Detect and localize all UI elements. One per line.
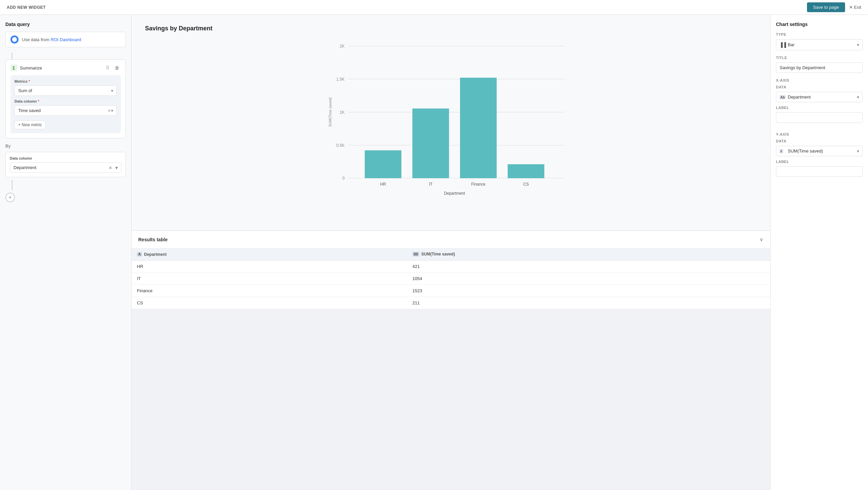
y-label-label: Label <box>776 160 863 164</box>
delete-button[interactable]: 🗑 <box>113 64 121 71</box>
main-layout: Data query Use data from ROI Dashboard Σ… <box>0 15 868 490</box>
metrics-label: Metrics * <box>15 79 117 83</box>
x-data-select[interactable]: Department <box>776 92 863 102</box>
x-axis-label: X-AXIS <box>776 78 863 82</box>
results-title: Results table <box>138 237 168 242</box>
data-column-label: Data column * <box>15 99 117 103</box>
y-data-select-arrow: ▼ <box>856 149 860 153</box>
col-sum: 00 SUM(Time saved) <box>407 248 770 260</box>
svg-text:HR: HR <box>380 182 386 187</box>
table-header-row: A Department 00 SUM(Time saved) <box>132 248 770 260</box>
y-data-label: Data <box>776 139 863 143</box>
roi-dashboard-link[interactable]: ROI Dashboard <box>51 37 81 42</box>
chart-settings-panel: Chart settings Type ▐▐ Bar Line Pie ▼ Ti… <box>770 15 868 490</box>
cell-dept: IT <box>132 272 407 284</box>
chart-title: Savings by Department <box>145 25 757 32</box>
type-field-group: Type ▐▐ Bar Line Pie ▼ <box>776 32 863 50</box>
connector-line2 <box>12 180 12 190</box>
chevron-down-icon[interactable]: ▼ <box>114 165 119 170</box>
clear-icon[interactable]: ✕ <box>109 165 112 170</box>
exit-button[interactable]: ✕ Exit <box>849 5 861 10</box>
table-row: CS 211 <box>132 297 770 309</box>
cell-dept: Finance <box>132 284 407 297</box>
title-field-label: Title <box>776 56 863 60</box>
summarize-block: Σ Summarize ⠿ 🗑 Metrics * Sum of Count <box>5 59 126 138</box>
svg-text:0.5K: 0.5K <box>336 143 345 148</box>
x-data-label: Data <box>776 85 863 89</box>
header: ADD NEW WIDGET Save to page ✕ Exit <box>0 0 868 15</box>
chart-container: 0 0.5K 1K 1.5K 2K SUM(Time saved) HR IT <box>145 39 757 208</box>
bar-hr <box>365 150 402 178</box>
results-header: Results table ∨ <box>132 231 770 248</box>
page-title: ADD NEW WIDGET <box>7 5 46 10</box>
dept-select-icons: ✕ ▼ <box>109 165 119 170</box>
y-data-select-wrap: # SUM(Time saved) ▼ <box>776 146 863 156</box>
data-column-select[interactable]: Time saved Cost saved <box>15 105 117 116</box>
data-source-text: Use data from ROI Dashboard <box>22 37 81 42</box>
cell-dept: CS <box>132 297 407 309</box>
drag-button[interactable]: ⠿ <box>105 64 111 71</box>
data-query-title: Data query <box>5 22 126 27</box>
metrics-block: Metrics * Sum of Count Average Min Max ▼… <box>10 75 121 133</box>
by-section: By Data column Department ✕ ▼ <box>5 144 126 177</box>
chart-area: Savings by Department 0 0.5K 1K <box>132 15 770 231</box>
x-label-label: Label <box>776 106 863 110</box>
title-field-group: Title <box>776 56 863 73</box>
type-select-wrap: ▐▐ Bar Line Pie ▼ <box>776 39 863 50</box>
svg-text:1.5K: 1.5K <box>336 77 345 82</box>
summarize-label: Σ Summarize <box>10 64 42 71</box>
cell-sum: 421 <box>407 260 770 272</box>
results-table: A Department 00 SUM(Time saved) <box>132 248 770 309</box>
bar-chart-icon: ▐▐ <box>779 42 786 48</box>
y-label-input[interactable] <box>776 166 863 177</box>
title-input[interactable] <box>776 62 863 73</box>
by-data-column-label: Data column <box>10 156 121 160</box>
y-data-select[interactable]: SUM(Time saved) <box>776 146 863 156</box>
x-data-select-arrow: ▼ <box>856 95 860 99</box>
chart-svg: 0 0.5K 1K 1.5K 2K SUM(Time saved) HR IT <box>145 39 757 208</box>
svg-text:Department: Department <box>444 191 465 196</box>
bar-it <box>412 109 449 179</box>
y-data-hash-icon: # <box>779 149 783 153</box>
main-content: Savings by Department 0 0.5K 1K <box>132 15 770 490</box>
metrics-select[interactable]: Sum of Count Average Min Max <box>15 85 117 96</box>
save-button[interactable]: Save to page <box>807 2 845 12</box>
db-icon <box>10 35 19 44</box>
svg-text:0: 0 <box>342 176 345 181</box>
svg-text:Finance: Finance <box>471 182 486 187</box>
cell-sum: 211 <box>407 297 770 309</box>
new-metric-button[interactable]: + New metric <box>15 120 46 129</box>
svg-text:CS: CS <box>523 182 529 187</box>
table-row: IT 1054 <box>132 272 770 284</box>
svg-text:1K: 1K <box>340 110 345 115</box>
collapse-button[interactable]: ∨ <box>759 236 763 243</box>
svg-text:IT: IT <box>429 182 433 187</box>
by-data-column-block: Data column Department ✕ ▼ <box>5 152 126 177</box>
bar-cs <box>508 164 544 178</box>
table-row: HR 421 <box>132 260 770 272</box>
by-department-select-wrap: Department ✕ ▼ <box>10 162 121 173</box>
add-step-button[interactable]: + <box>5 193 15 202</box>
data-column-select-wrap: Time saved Cost saved #▼ <box>15 105 117 116</box>
results-section: Results table ∨ A Department <box>132 231 770 309</box>
svg-text:2K: 2K <box>340 44 345 49</box>
by-label: By <box>5 144 126 148</box>
summarize-actions: ⠿ 🗑 <box>105 64 121 71</box>
x-label-input[interactable] <box>776 112 863 123</box>
y-axis-label: Y-AXIS <box>776 132 863 136</box>
y-axis-section: Y-AXIS Data # SUM(Time saved) ▼ Label <box>776 132 863 177</box>
data-source-row: Use data from ROI Dashboard <box>5 32 126 47</box>
type-select[interactable]: Bar Line Pie <box>776 39 863 50</box>
col-department: A Department <box>132 248 407 260</box>
x-data-ab-icon: Ab <box>779 95 786 99</box>
by-department-select[interactable]: Department <box>10 162 121 173</box>
x-data-select-wrap: Ab Department ▼ <box>776 92 863 102</box>
connector-line <box>12 53 12 59</box>
svg-text:SUM(Time saved): SUM(Time saved) <box>328 98 332 127</box>
bar-finance <box>460 78 497 178</box>
header-actions: Save to page ✕ Exit <box>807 2 861 12</box>
summarize-header: Σ Summarize ⠿ 🗑 <box>10 64 121 71</box>
sidebar: Data query Use data from ROI Dashboard Σ… <box>0 15 132 490</box>
type-select-arrow: ▼ <box>856 43 860 47</box>
x-axis-section: X-AXIS Data Ab Department ▼ Label <box>776 78 863 128</box>
